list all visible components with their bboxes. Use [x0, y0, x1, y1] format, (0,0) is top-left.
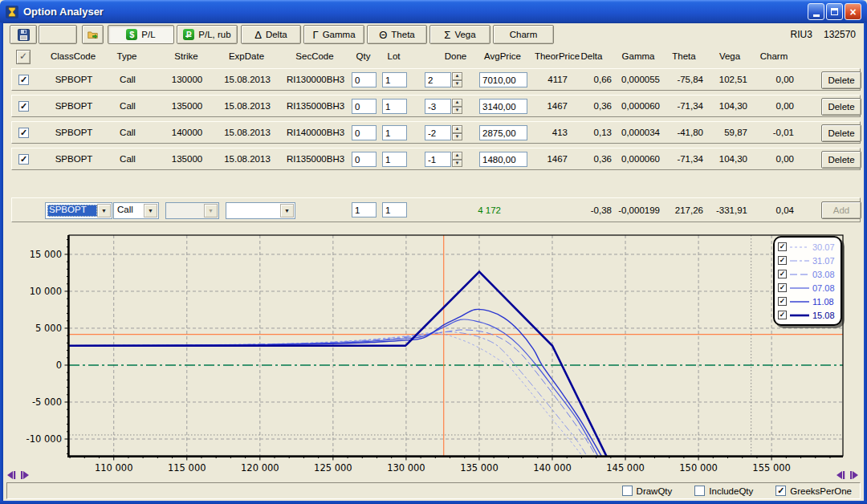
delete-button[interactable]: Delete — [821, 98, 861, 116]
legend-checkbox[interactable]: ✓ — [778, 283, 787, 292]
open-folder-button[interactable] — [82, 25, 104, 44]
greeksperone-checkbox[interactable]: ✓ — [775, 486, 786, 496]
legend-item-31.07[interactable]: ✓31.07 — [778, 254, 837, 267]
drawqty-option[interactable]: DrawQty — [622, 486, 673, 496]
lot-input[interactable] — [382, 125, 407, 140]
delete-button[interactable]: Delete — [821, 151, 861, 169]
greeksperone-option[interactable]: ✓ GreeksPerOne — [775, 486, 852, 496]
maximize-button[interactable] — [826, 3, 843, 20]
includeqty-label: IncludeQty — [709, 486, 753, 496]
close-button[interactable]: × — [845, 3, 861, 20]
tab-charm[interactable]: Charm — [493, 25, 554, 44]
tab-pl-rub[interactable]: P P/L, rub — [177, 25, 238, 44]
spin-up-icon[interactable]: ▲ — [452, 99, 462, 107]
spin-down-icon[interactable]: ▼ — [452, 80, 462, 88]
legend-item-30.07[interactable]: ✓30.07 — [778, 240, 837, 254]
includeqty-checkbox[interactable] — [694, 486, 705, 496]
legend-checkbox[interactable]: ✓ — [778, 242, 787, 251]
row-checkbox[interactable]: ✓ — [18, 154, 29, 165]
done-input[interactable] — [425, 99, 451, 114]
series-select[interactable]: ▼ — [226, 202, 295, 219]
legend-checkbox[interactable]: ✓ — [778, 297, 787, 306]
tab-delta[interactable]: Δ Delta — [241, 25, 301, 44]
legend-checkbox[interactable]: ✓ — [778, 270, 787, 278]
legend-item-15.08[interactable]: ✓15.08 — [778, 308, 837, 322]
row-checkbox[interactable]: ✓ — [18, 128, 29, 138]
legend-item-07.08[interactable]: ✓07.08 — [778, 281, 837, 295]
dollar-icon: $ — [126, 29, 137, 40]
check-icon: ✓ — [20, 101, 27, 111]
tab-pl[interactable]: $ P/L — [108, 25, 174, 44]
minimize-button[interactable] — [808, 3, 824, 20]
spin-up-icon[interactable]: ▲ — [452, 72, 462, 80]
legend-label: 11.08 — [812, 297, 834, 307]
chart-pan-right-controls — [835, 470, 860, 480]
includeqty-option[interactable]: IncludeQty — [694, 486, 753, 496]
gamma-icon: Γ — [312, 29, 318, 41]
tab-gamma[interactable]: Γ Gamma — [303, 25, 364, 44]
done-input[interactable] — [425, 125, 451, 140]
spin-up-icon[interactable]: ▲ — [452, 152, 462, 160]
cell-seccode: RI135000BH3 — [275, 101, 356, 111]
lot-input[interactable] — [382, 72, 407, 87]
add-position-row: SPBOPT ▼ Call ▼ ▼ ▼ 4 172 -0,38 -0,00019… — [11, 197, 861, 222]
row-checkbox[interactable]: ✓ — [18, 75, 29, 85]
spin-down-icon[interactable]: ▼ — [452, 107, 462, 115]
qty-input[interactable] — [352, 125, 377, 140]
tab-pl-label: P/L — [141, 30, 155, 39]
pan-left-icon[interactable] — [6, 470, 16, 480]
tab-vega[interactable]: Σ Vega — [429, 25, 490, 44]
chevron-down-icon[interactable]: ▼ — [144, 204, 157, 217]
done-input[interactable] — [425, 152, 451, 167]
tab-theta[interactable]: Θ Theta — [367, 25, 427, 44]
done-input[interactable] — [425, 72, 451, 87]
save-button[interactable] — [10, 25, 37, 44]
delete-button[interactable]: Delete — [821, 124, 861, 142]
chevron-down-icon[interactable]: ▼ — [204, 204, 218, 217]
type-select[interactable]: Call ▼ — [113, 202, 159, 219]
cell-seccode: RI135000BH3 — [275, 154, 356, 164]
delete-button[interactable]: Delete — [821, 71, 861, 89]
table-row: ✓ SPBOPT Call 135000 15.08.2013 RI135000… — [11, 148, 861, 170]
lot-input[interactable] — [382, 152, 407, 167]
chart-legend: ✓30.07✓31.07✓03.08✓07.08✓11.08✓15.08 — [773, 236, 842, 326]
pan-right-icon[interactable] — [20, 470, 31, 480]
pan-left-icon[interactable] — [835, 470, 845, 480]
instrument-quote: RIU3 132570 — [791, 29, 856, 40]
chevron-down-icon[interactable]: ▼ — [280, 204, 294, 217]
add-lot-input[interactable] — [382, 202, 407, 217]
chevron-down-icon[interactable]: ▼ — [97, 204, 111, 217]
window-border-right — [864, 22, 867, 504]
lot-input[interactable] — [382, 99, 407, 114]
classcode-select[interactable]: SPBOPT ▼ — [45, 202, 112, 219]
add-qty-input[interactable] — [352, 202, 377, 217]
spin-down-icon[interactable]: ▼ — [452, 160, 462, 168]
spin-up-icon[interactable]: ▲ — [452, 125, 462, 133]
header-done: Done — [437, 51, 474, 61]
minimize-icon — [813, 14, 820, 17]
legend-item-03.08[interactable]: ✓03.08 — [778, 267, 837, 281]
blank-button[interactable] — [39, 25, 77, 44]
drawqty-checkbox[interactable] — [622, 486, 633, 496]
spin-down-icon[interactable]: ▼ — [452, 133, 462, 141]
row-checkbox[interactable]: ✓ — [18, 101, 29, 112]
cell-type: Call — [96, 128, 160, 137]
legend-item-11.08[interactable]: ✓11.08 — [778, 295, 837, 308]
svg-text:110 000: 110 000 — [95, 462, 133, 474]
table-row: ✓ SPBOPT Call 140000 15.08.2013 RI140000… — [11, 121, 861, 144]
save-icon — [18, 29, 30, 41]
legend-checkbox[interactable]: ✓ — [778, 256, 787, 265]
qty-input[interactable] — [352, 152, 377, 167]
svg-text:-5 000: -5 000 — [32, 396, 62, 408]
strike-select[interactable]: ▼ — [165, 202, 219, 219]
delta-icon: Δ — [254, 29, 262, 41]
check-icon: ✓ — [777, 486, 784, 495]
pan-right-icon[interactable] — [849, 470, 860, 480]
select-all-checkbox[interactable]: ✓ — [16, 50, 31, 64]
qty-input[interactable] — [352, 99, 377, 114]
svg-text:0: 0 — [56, 360, 62, 371]
qty-input[interactable] — [352, 72, 377, 87]
legend-checkbox[interactable]: ✓ — [778, 311, 787, 319]
svg-text:150 000: 150 000 — [679, 462, 718, 474]
add-button[interactable]: Add — [821, 201, 861, 219]
